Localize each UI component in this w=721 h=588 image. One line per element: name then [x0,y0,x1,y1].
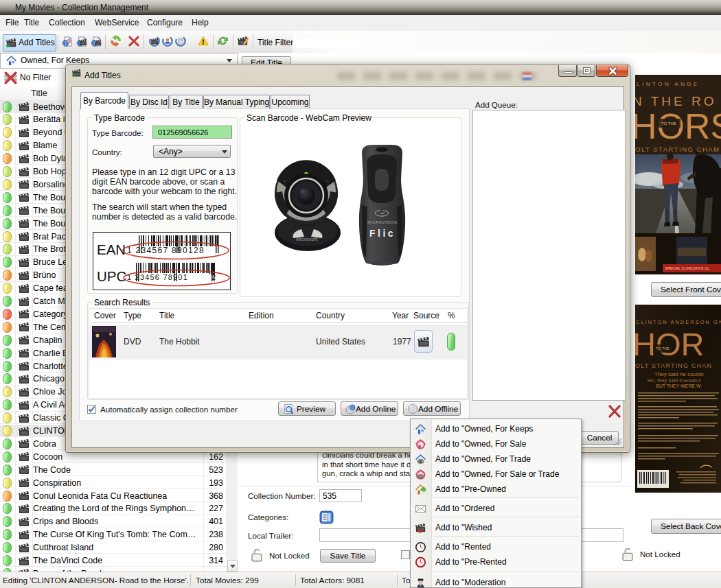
svg-text:HOR: HOR [635,326,704,362]
svg-text:LINTON ANDE: LINTON ANDE [637,81,700,87]
svg-text:BUT THEY WERE W: BUT THEY WERE W [656,384,701,388]
svg-text:Flic: Flic [369,228,396,239]
svg-text:UPC: UPC [97,268,126,284]
svg-text:OLT STARTING CHAN: OLT STARTING CHAN [635,362,712,369]
svg-text:EAN: EAN [97,242,126,257]
svg-text:OLT STARTING CHAM: OLT STARTING CHAM [635,145,720,153]
svg-text:TO THE: TO THE [661,121,676,126]
svg-text:They said he couldn: They said he couldn [654,371,704,377]
svg-text:CLINTON ANDERSON ON: CLINTON ANDERSON ON [636,319,721,325]
svg-text:MICROVISION: MICROVISION [367,220,398,224]
svg-text:1 234567 890128: 1 234567 890128 [127,246,205,255]
svg-text:Microsoft: Microsoft [296,237,318,242]
svg-text:ien, they said it would n: ien, they said it would n [648,377,701,384]
svg-text:SPECIAL CLINICIAN'S CL: SPECIAL CLINICIAN'S CL [665,266,709,270]
svg-text:TO THE: TO THE [656,346,670,351]
